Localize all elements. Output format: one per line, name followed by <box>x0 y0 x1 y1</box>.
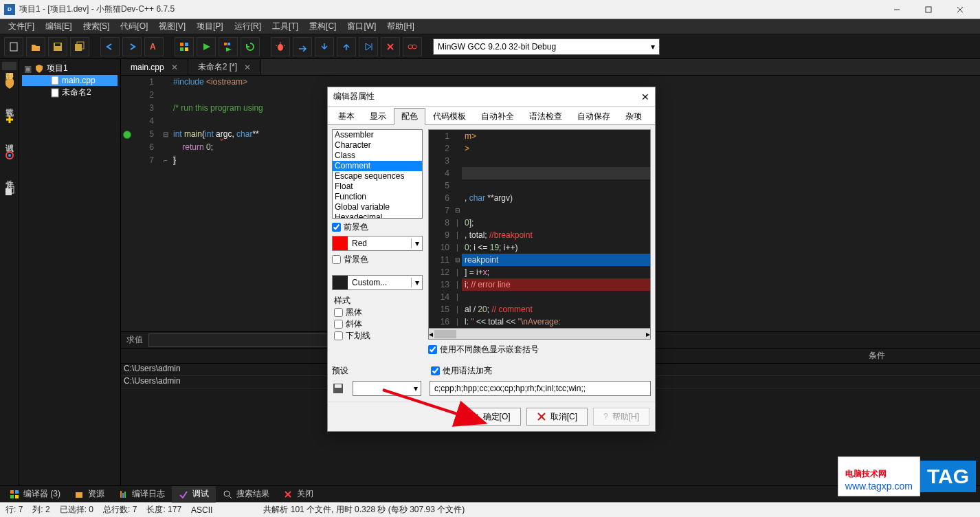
continue-button[interactable] <box>359 37 378 56</box>
fg-checkbox[interactable]: 前景色 <box>332 221 423 233</box>
scheme-item-selected[interactable]: Comment <box>333 161 422 171</box>
scheme-item[interactable]: Hexadecimal <box>333 212 422 219</box>
reformat-button[interactable]: A <box>144 37 164 56</box>
debug-button[interactable] <box>271 37 290 56</box>
bg-color-select[interactable]: Custom... ▾ <box>332 275 423 290</box>
chevron-down-icon[interactable]: ▾ <box>411 239 422 248</box>
btab-compiler[interactable]: 编译器 (3) <box>3 486 67 503</box>
scheme-item[interactable]: Float <box>333 182 422 192</box>
file-icon <box>51 76 59 85</box>
btab-debug[interactable]: 调试 <box>172 486 216 503</box>
maximize-button[interactable] <box>913 0 944 19</box>
collapse-icon[interactable]: ▣ <box>23 64 32 74</box>
shield-icon[interactable] <box>3 77 16 91</box>
breakpoint-icon[interactable] <box>3 148 16 162</box>
compile-button[interactable] <box>175 37 194 56</box>
dlg-tab-color[interactable]: 配色 <box>394 108 425 125</box>
tab-main-cpp[interactable]: main.cpp✕ <box>121 59 188 75</box>
close-icon[interactable]: ✕ <box>171 63 178 72</box>
btab-log[interactable]: 编译日志 <box>111 486 172 503</box>
extensions-input[interactable] <box>430 381 651 396</box>
dlg-tab-autosave[interactable]: 自动保存 <box>570 108 618 125</box>
preset-select[interactable]: ▾ <box>353 381 421 396</box>
menu-window[interactable]: 窗口[W] <box>342 19 381 34</box>
side-tab-debug[interactable]: 调试 <box>2 133 16 142</box>
stop-debug-button[interactable] <box>381 37 400 56</box>
dlg-tab-misc[interactable]: 杂项 <box>618 108 649 125</box>
dlg-tab-basic[interactable]: 基本 <box>331 108 362 125</box>
menu-tools[interactable]: 工具[T] <box>267 19 304 34</box>
scheme-listbox[interactable]: Assembler Character Class Comment Escape… <box>332 129 423 219</box>
menu-file[interactable]: 文件[F] <box>3 19 40 34</box>
menu-edit[interactable]: 编辑[E] <box>40 19 78 34</box>
status-len: 长度: 177 <box>146 504 181 516</box>
scheme-item[interactable]: Assembler <box>333 130 422 140</box>
tab-untitled[interactable]: 未命名2 [*]✕ <box>188 59 261 75</box>
new-file-button[interactable] <box>4 37 23 56</box>
menu-view[interactable]: 视图[V] <box>153 19 191 34</box>
menu-code[interactable]: 代码[O] <box>115 19 153 34</box>
style-italic[interactable]: 斜体 <box>334 318 422 330</box>
preview-scrollbar[interactable]: ◂▸ <box>428 329 651 340</box>
step-over-button[interactable] <box>293 37 312 56</box>
floppy-icon[interactable] <box>332 382 344 395</box>
syntax-checkbox[interactable]: 使用语法加亮 <box>431 365 492 377</box>
undo-button[interactable] <box>100 37 120 56</box>
menu-help[interactable]: 帮助[H] <box>381 19 419 34</box>
redo-button[interactable] <box>122 37 142 56</box>
run-button[interactable] <box>197 37 216 56</box>
dlg-tab-syntax[interactable]: 语法检查 <box>522 108 570 125</box>
menu-refactor[interactable]: 重构[C] <box>304 19 342 34</box>
chevron-down-icon[interactable]: ▾ <box>411 278 422 287</box>
close-button[interactable] <box>944 0 976 19</box>
side-tab-project[interactable]: 项目管理 <box>2 62 16 70</box>
close-icon[interactable]: ✕ <box>244 63 251 72</box>
compile-run-button[interactable] <box>219 37 238 56</box>
scheme-item[interactable]: Function <box>333 192 422 202</box>
fg-color-select[interactable]: Red ▾ <box>332 236 423 251</box>
step-into-button[interactable] <box>315 37 334 56</box>
step-out-button[interactable] <box>337 37 356 56</box>
tree-item-untitled[interactable]: 未命名2 <box>22 86 118 99</box>
ok-button[interactable]: 确定[O] <box>459 408 521 426</box>
fold-gutter[interactable]: ⊟⌐ <box>161 76 170 331</box>
side-tab-watch[interactable]: 监视 <box>2 98 16 106</box>
menu-search[interactable]: 搜索[S] <box>78 19 115 34</box>
svg-rect-33 <box>10 490 14 494</box>
rainbow-checkbox[interactable]: 使用不同颜色显示嵌套括号 <box>428 344 651 355</box>
scheme-item[interactable]: Global variable <box>333 202 422 212</box>
scheme-item[interactable]: Class <box>333 151 422 161</box>
bg-checkbox[interactable]: 背景色 <box>332 254 423 265</box>
save-all-button[interactable] <box>70 37 89 56</box>
close-icon[interactable]: ✕ <box>641 91 649 102</box>
cancel-button[interactable]: 取消[C] <box>526 408 588 426</box>
glyph-margin[interactable] <box>121 76 133 331</box>
help-button[interactable]: ? 帮助[H] <box>593 408 649 426</box>
dialog-titlebar[interactable]: 编辑器属性 ✕ <box>328 87 655 107</box>
minimize-button[interactable] <box>881 0 913 19</box>
dlg-tab-display[interactable]: 显示 <box>362 108 394 125</box>
compiler-select[interactable]: MinGW GCC 9.2.0 32-bit Debug ▾ <box>433 38 660 55</box>
menu-project[interactable]: 项目[P] <box>191 19 229 34</box>
btab-resource[interactable]: 资源 <box>67 486 111 503</box>
dlg-tab-template[interactable]: 代码模板 <box>425 108 474 125</box>
dlg-tab-autocomplete[interactable]: 自动补全 <box>474 108 522 125</box>
eval-input[interactable] <box>148 333 348 347</box>
breakpoint-marker-icon[interactable] <box>123 131 131 139</box>
plus-icon[interactable] <box>3 113 16 126</box>
rebuild-button[interactable] <box>241 37 260 56</box>
open-button[interactable] <box>26 37 45 56</box>
btab-close[interactable]: 关闭 <box>276 486 320 503</box>
scheme-item[interactable]: Escape sequences <box>333 171 422 182</box>
files-icon[interactable] <box>3 184 16 198</box>
btab-search[interactable]: 搜索结果 <box>216 486 276 503</box>
tree-item-main[interactable]: main.cpp <box>22 75 118 86</box>
style-underline[interactable]: 下划线 <box>334 330 422 342</box>
side-tab-file[interactable]: 文件 <box>2 169 16 177</box>
style-bold[interactable]: 黑体 <box>334 307 422 318</box>
scheme-item[interactable]: Character <box>333 140 422 151</box>
watch-button[interactable] <box>403 37 422 56</box>
menu-run[interactable]: 运行[R] <box>229 19 267 34</box>
save-button[interactable] <box>48 37 67 56</box>
tree-root[interactable]: ▣ 项目1 <box>22 62 118 75</box>
